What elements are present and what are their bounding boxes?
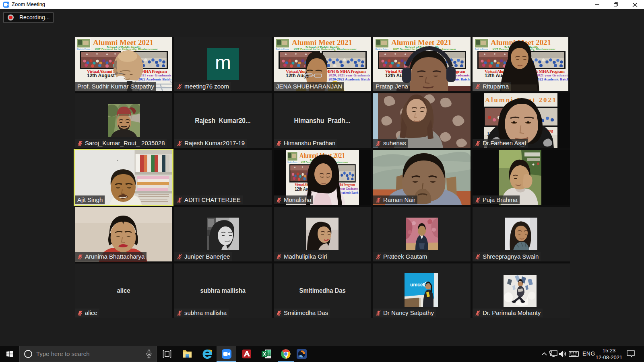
svg-text:unicef: unicef (410, 282, 425, 288)
